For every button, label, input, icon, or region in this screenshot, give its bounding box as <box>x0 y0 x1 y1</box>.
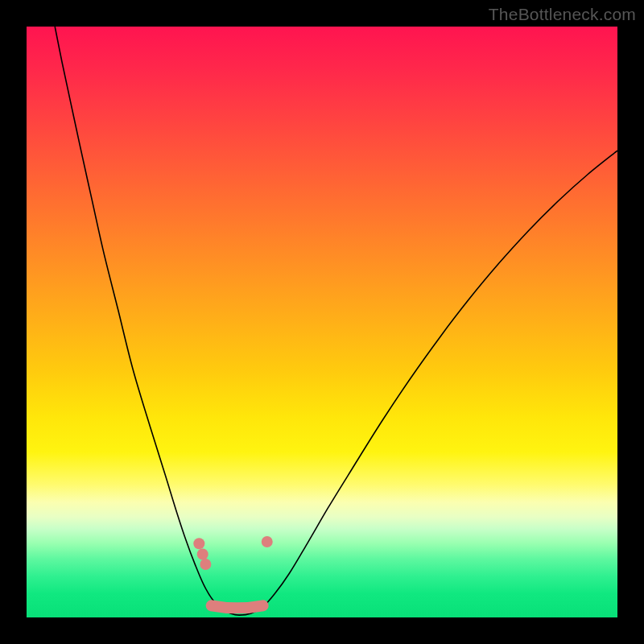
curve-layer <box>27 27 617 617</box>
marker-group <box>193 536 272 608</box>
marker-dot <box>262 536 273 547</box>
marker-band <box>212 605 263 608</box>
watermark-text: TheBottleneck.com <box>489 5 636 24</box>
marker-dot <box>193 538 204 549</box>
marker-dot <box>200 559 211 570</box>
plot-area <box>27 27 617 617</box>
marker-dot <box>197 548 208 559</box>
chart-frame: TheBottleneck.com <box>0 0 644 644</box>
bottleneck-curve <box>55 27 617 615</box>
